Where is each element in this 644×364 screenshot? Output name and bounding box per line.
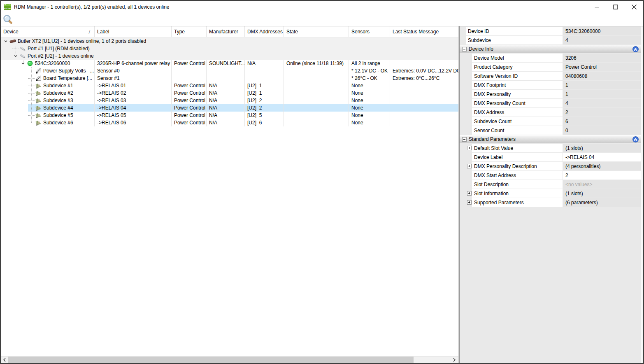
scroll-left-button[interactable] xyxy=(1,357,8,363)
column-header-dmx-addresses[interactable]: DMX Addresses xyxy=(245,26,284,37)
property-row-dmx-personality-count[interactable]: DMX Personality Count4 xyxy=(460,99,641,107)
property-label: DMX Personality Count xyxy=(472,99,563,107)
minimize-button[interactable] xyxy=(588,1,606,13)
scroll-right-button[interactable] xyxy=(450,357,458,363)
device-cell: Subdevice #2 xyxy=(1,89,95,97)
property-label: Supported Parameters xyxy=(472,198,563,207)
device-name: Subdevice #3 xyxy=(42,97,73,104)
expand-item-icon[interactable] xyxy=(467,200,472,205)
expand-item-icon[interactable] xyxy=(467,164,472,168)
column-header-type[interactable]: Type xyxy=(172,26,207,37)
tree-row-subdevice-2[interactable]: Subdevice #2->RELAIS 02Power ControlN/A[… xyxy=(1,89,458,97)
property-row-subdevice-count[interactable]: Subdevice Count6 xyxy=(460,117,641,126)
tree-row-port-2-u2-1-devices-online[interactable]: Port #2 [U2] - 1 devices online xyxy=(1,52,458,60)
column-header-label[interactable]: Label xyxy=(95,26,172,37)
device-cell: Subdevice #3 xyxy=(1,97,95,104)
property-label: DMX Personality Description xyxy=(472,162,563,170)
property-value: 1 xyxy=(563,90,641,98)
collapse-section-icon[interactable] xyxy=(632,46,639,52)
scrollbar-thumb[interactable] xyxy=(8,357,414,363)
property-value[interactable]: ->RELAIS 04 xyxy=(563,153,641,161)
tree-row-subdevice-3[interactable]: Subdevice #3->RELAIS 03Power ControlN/A[… xyxy=(1,97,458,104)
property-label: DMX Address xyxy=(472,108,563,117)
maximize-button[interactable] xyxy=(606,1,625,13)
tree-row-subdevice-5[interactable]: Subdevice #5->RELAIS 05Power ControlN/A[… xyxy=(1,112,458,119)
property-value: Power Control xyxy=(563,63,641,71)
column-header-state[interactable]: State xyxy=(284,26,349,37)
device-name: Subdevice #2 xyxy=(42,89,73,97)
property-value: (1 slots) xyxy=(563,189,641,198)
state-cell xyxy=(284,67,349,75)
property-row-product-category[interactable]: Product CategoryPower Control xyxy=(460,63,641,71)
tree-row-power-supply-volts[interactable]: Power Supply Volts ...Sensor #0* 12.1V D… xyxy=(1,67,458,75)
dmx-addresses-cell: [U2] 2 xyxy=(245,97,284,104)
property-row-dmx-address[interactable]: DMX Address2 xyxy=(460,108,641,117)
property-row-subdevice[interactable]: Subdevice4 xyxy=(460,36,641,44)
property-row-default-slot-value[interactable]: Default Slot Value(1 slots) xyxy=(460,144,641,152)
sort-ascending-icon: / xyxy=(88,29,90,35)
state-cell xyxy=(284,75,349,82)
property-indent xyxy=(460,126,472,135)
property-row-dmx-personality-description[interactable]: DMX Personality Description(4 personalit… xyxy=(460,162,641,170)
property-value[interactable]: 2 xyxy=(563,171,641,180)
expand-item-icon[interactable] xyxy=(467,146,472,150)
column-header-last-status-message[interactable]: Last Status Message xyxy=(390,26,458,37)
column-header-sensors[interactable]: Sensors xyxy=(349,26,390,37)
tree-row-port-1-u1-rdm-disabled[interactable]: Port #1 [U1] (RDM disabled) xyxy=(1,45,458,52)
property-indent xyxy=(460,117,472,126)
tree-row-board-temperature[interactable]: Board Temperature [...Sensor #1* 26°C - … xyxy=(1,75,458,82)
section-title: Standard Parameters xyxy=(469,136,516,142)
property-row-device-id[interactable]: Device ID534C:32060000 xyxy=(460,27,641,35)
section-header-standard-parameters[interactable]: Standard Parameters xyxy=(460,135,641,143)
property-row-sensor-count[interactable]: Sensor Count0 xyxy=(460,126,641,135)
port-icon xyxy=(19,46,26,52)
property-row-slot-description[interactable]: Slot Description<no values> xyxy=(460,180,641,189)
tree-row-subdevice-6[interactable]: Subdevice #6->RELAIS 06Power ControlN/A[… xyxy=(1,119,458,126)
manufacturer-cell: N/A xyxy=(207,82,245,89)
tree-row-butler-xt2-u1-u2-1-devices-online-1-of-2[interactable]: Butler XT2 [U1,U2] - 1 devices online, 1… xyxy=(1,37,458,45)
scrollbar-track[interactable] xyxy=(414,357,450,363)
last-status-cell xyxy=(390,119,458,126)
property-value: <no values> xyxy=(563,180,641,189)
device-cell: Port #2 [U2] - 1 devices online xyxy=(1,52,458,60)
dmx-addresses-cell: [U2] 1 xyxy=(245,82,284,89)
chevron-right-icon xyxy=(453,358,456,362)
collapse-section-icon[interactable] xyxy=(632,136,639,142)
property-value: 1 xyxy=(563,81,641,89)
property-row-dmx-footprint[interactable]: DMX Footprint1 xyxy=(460,81,641,89)
property-row-supported-parameters[interactable]: Supported Parameters(6 parameters) xyxy=(460,198,641,207)
section-header-device-info[interactable]: Device Info xyxy=(460,45,641,53)
property-row-device-model[interactable]: Device Model3206 xyxy=(460,54,641,62)
property-row-slot-information[interactable]: Slot Information(1 slots) xyxy=(460,189,641,198)
property-row-dmx-start-address[interactable]: DMX Start Address2 xyxy=(460,171,641,180)
property-indent xyxy=(460,54,472,62)
column-header-manufacturer[interactable]: Manufacturer xyxy=(207,26,245,37)
property-row-dmx-personality[interactable]: DMX Personality1 xyxy=(460,90,641,98)
close-button[interactable] xyxy=(625,1,643,13)
property-indent xyxy=(460,90,472,98)
tree-row-534c-32060000[interactable]: 534C:320600003206R-HP 6-channel power re… xyxy=(1,60,458,67)
device-name: Board Temperature [... xyxy=(42,75,92,82)
search-button[interactable] xyxy=(2,14,14,26)
device-name: Subdevice #6 xyxy=(42,119,73,126)
collapse-expander-icon[interactable] xyxy=(462,137,467,142)
label-cell: ->RELAIS 05 xyxy=(95,112,172,119)
tree-indent xyxy=(1,119,28,126)
type-cell xyxy=(172,67,207,75)
expand-item-icon[interactable] xyxy=(467,191,472,196)
property-indent xyxy=(460,72,472,80)
manufacturer-cell xyxy=(207,75,245,82)
sensor-icon xyxy=(35,75,42,82)
properties-scrollbar[interactable] xyxy=(641,26,643,363)
collapse-expander-icon[interactable] xyxy=(462,47,467,51)
tree-row-subdevice-1[interactable]: Subdevice #1->RELAIS 01Power ControlN/A[… xyxy=(1,82,458,89)
property-row-software-version-id[interactable]: Software Version ID04080608 xyxy=(460,72,641,80)
properties-panel-content: Device ID534C:32060000Subdevice4Device I… xyxy=(460,26,641,363)
chevron-down-icon[interactable] xyxy=(2,37,9,45)
manufacturer-cell: N/A xyxy=(207,112,245,119)
sensors-cell: * 12.1V DC - OK xyxy=(349,67,390,75)
column-header-device[interactable]: Device/ xyxy=(1,26,95,37)
property-row-device-label[interactable]: Device Label->RELAIS 04 xyxy=(460,153,641,161)
tree-row-subdevice-4[interactable]: Subdevice #4->RELAIS 04Power ControlN/A[… xyxy=(1,104,458,112)
state-cell xyxy=(284,89,349,97)
